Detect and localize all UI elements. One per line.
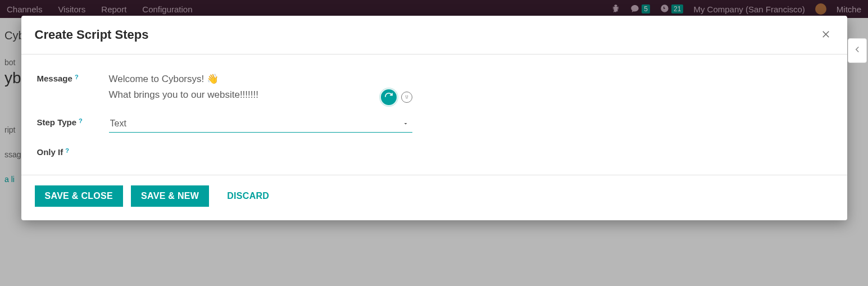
close-button[interactable] bbox=[818, 27, 834, 43]
svg-point-2 bbox=[406, 96, 406, 97]
label-step-type: Step Type bbox=[37, 117, 77, 127]
toggle-side-panel[interactable] bbox=[848, 38, 867, 63]
label-only-if: Only If bbox=[37, 147, 63, 157]
modal-title: Create Script Steps bbox=[35, 28, 149, 42]
help-message-icon[interactable]: ? bbox=[75, 74, 79, 80]
message-input[interactable]: Welcome to Cyborsys! 👋 What brings you t… bbox=[109, 71, 412, 103]
discard-button[interactable]: DISCARD bbox=[217, 185, 279, 207]
svg-point-3 bbox=[407, 96, 408, 97]
label-message: Message bbox=[37, 74, 72, 83]
create-script-step-modal: Create Script Steps Message ? Welcome to… bbox=[21, 16, 847, 220]
modal-body: Message ? Welcome to Cyborsys! 👋 What br… bbox=[21, 55, 847, 175]
modal-overlay: Create Script Steps Message ? Welcome to… bbox=[0, 0, 868, 286]
modal-header: Create Script Steps bbox=[21, 16, 847, 55]
step-type-select[interactable] bbox=[109, 115, 412, 133]
save-close-button[interactable]: SAVE & CLOSE bbox=[35, 185, 124, 207]
refresh-icon bbox=[384, 92, 393, 103]
save-new-button[interactable]: SAVE & NEW bbox=[131, 185, 209, 207]
chevron-left-icon bbox=[852, 43, 862, 58]
help-step-type-icon[interactable]: ? bbox=[79, 117, 83, 124]
close-icon bbox=[821, 29, 831, 41]
field-message: Message ? Welcome to Cyborsys! 👋 What br… bbox=[37, 71, 831, 103]
field-step-type: Step Type ? bbox=[37, 115, 831, 133]
grammar-check-button[interactable] bbox=[380, 88, 398, 106]
modal-footer: SAVE & CLOSE SAVE & NEW DISCARD bbox=[21, 175, 847, 220]
smile-icon bbox=[403, 93, 410, 102]
field-only-if: Only If ? bbox=[37, 145, 831, 157]
help-only-if-icon[interactable]: ? bbox=[65, 147, 69, 154]
emoji-picker-button[interactable] bbox=[401, 92, 412, 103]
